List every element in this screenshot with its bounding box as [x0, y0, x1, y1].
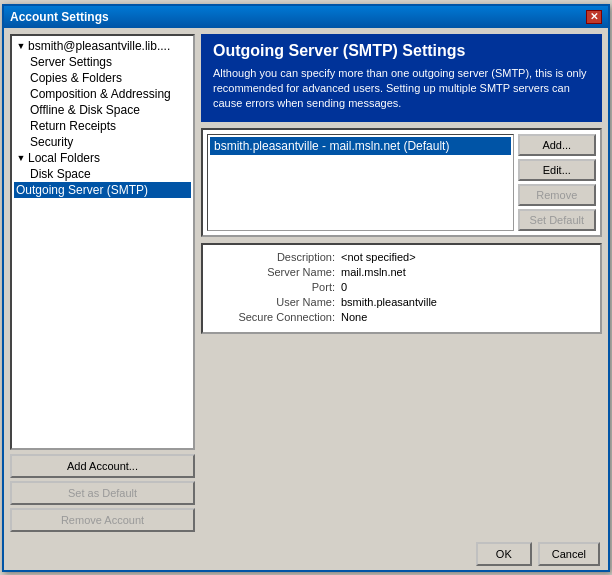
server-name-value: mail.msln.net [341, 266, 406, 278]
details-container: Description: <not specified> Server Name… [201, 243, 602, 334]
footer-bar: OK Cancel [4, 538, 608, 570]
detail-secure-row: Secure Connection: None [211, 311, 592, 323]
close-button[interactable]: ✕ [586, 10, 602, 24]
sidebar-item-composition-addressing[interactable]: Composition & Addressing [14, 86, 191, 102]
right-panel: Outgoing Server (SMTP) Settings Although… [201, 34, 602, 532]
secure-connection-label: Secure Connection: [211, 311, 341, 323]
sidebar-item-return-receipts[interactable]: Return Receipts [14, 118, 191, 134]
sidebar-item-disk-space[interactable]: Disk Space [14, 166, 191, 182]
set-as-default-button[interactable]: Set as Default [10, 481, 195, 505]
edit-smtp-button[interactable]: Edit... [518, 159, 596, 181]
detail-port-row: Port: 0 [211, 281, 592, 293]
tree-container: ▼ bsmith@pleasantville.lib.... Server Se… [10, 34, 195, 450]
title-bar: Account Settings ✕ [4, 6, 608, 28]
bottom-buttons: Add Account... Set as Default Remove Acc… [10, 454, 195, 532]
sidebar-item-outgoing-server[interactable]: Outgoing Server (SMTP) [14, 182, 191, 198]
sidebar-item-server-settings[interactable]: Server Settings [14, 54, 191, 70]
set-default-smtp-button[interactable]: Set Default [518, 209, 596, 231]
smtp-buttons: Add... Edit... Remove Set Default [518, 134, 596, 231]
sidebar-item-security[interactable]: Security [14, 134, 191, 150]
add-smtp-button[interactable]: Add... [518, 134, 596, 156]
account-settings-window: Account Settings ✕ ▼ bsmith@pleasantvill… [2, 4, 610, 572]
window-title: Account Settings [10, 10, 109, 24]
local-folders-item[interactable]: ▼ Local Folders [14, 150, 191, 166]
local-folders-label: Local Folders [28, 151, 100, 165]
user-name-label: User Name: [211, 296, 341, 308]
remove-smtp-button[interactable]: Remove [518, 184, 596, 206]
left-panel: ▼ bsmith@pleasantville.lib.... Server Se… [10, 34, 195, 532]
sidebar-item-offline-disk[interactable]: Offline & Disk Space [14, 102, 191, 118]
security-label: Security [16, 135, 73, 149]
content-area: ▼ bsmith@pleasantville.lib.... Server Se… [4, 28, 608, 538]
smtp-list-item[interactable]: bsmith.pleasantville - mail.msln.net (De… [210, 137, 511, 155]
add-account-button[interactable]: Add Account... [10, 454, 195, 478]
remove-account-button[interactable]: Remove Account [10, 508, 195, 532]
copies-folders-label: Copies & Folders [16, 71, 122, 85]
smtp-list-container: bsmith.pleasantville - mail.msln.net (De… [201, 128, 602, 237]
port-label: Port: [211, 281, 341, 293]
secure-connection-value: None [341, 311, 367, 323]
collapse-icon: ▼ [16, 41, 26, 51]
disk-space-label: Disk Space [16, 167, 91, 181]
description-value: <not specified> [341, 251, 416, 263]
detail-description-row: Description: <not specified> [211, 251, 592, 263]
cancel-button[interactable]: Cancel [538, 542, 600, 566]
server-settings-label: Server Settings [16, 55, 112, 69]
account-label: bsmith@pleasantville.lib.... [28, 39, 170, 53]
user-name-value: bsmith.pleasantville [341, 296, 437, 308]
smtp-list: bsmith.pleasantville - mail.msln.net (De… [207, 134, 514, 231]
panel-header: Outgoing Server (SMTP) Settings Although… [201, 34, 602, 122]
local-folders-collapse-icon: ▼ [16, 153, 26, 163]
ok-button[interactable]: OK [476, 542, 532, 566]
panel-title: Outgoing Server (SMTP) Settings [213, 42, 590, 60]
panel-description: Although you can specify more than one o… [213, 66, 590, 112]
account-tree-item[interactable]: ▼ bsmith@pleasantville.lib.... [14, 38, 191, 54]
outgoing-server-label: Outgoing Server (SMTP) [16, 183, 148, 197]
server-name-label: Server Name: [211, 266, 341, 278]
description-label: Description: [211, 251, 341, 263]
port-value: 0 [341, 281, 347, 293]
detail-username-row: User Name: bsmith.pleasantville [211, 296, 592, 308]
sidebar-item-copies-folders[interactable]: Copies & Folders [14, 70, 191, 86]
offline-disk-label: Offline & Disk Space [16, 103, 140, 117]
composition-addressing-label: Composition & Addressing [16, 87, 171, 101]
detail-server-row: Server Name: mail.msln.net [211, 266, 592, 278]
return-receipts-label: Return Receipts [16, 119, 116, 133]
